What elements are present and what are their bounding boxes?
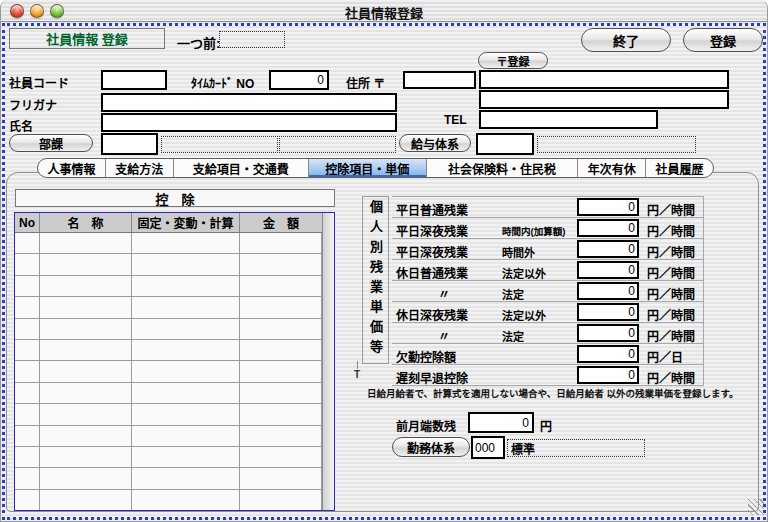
column-header-fixed-variable-calc: 固定・変動・計算	[132, 213, 240, 232]
deduction-row[interactable]	[15, 426, 334, 447]
tel-field[interactable]	[479, 110, 658, 129]
row-label: 〃	[438, 327, 450, 344]
tab-employee-history[interactable]: 社員履歴	[646, 159, 713, 177]
tab-annual-leave[interactable]: 年次有休	[578, 159, 646, 177]
department-button[interactable]: 部課	[9, 134, 93, 152]
overtime-rows: 平日普通残業 0 円／時間 平日深夜残業 時間内(加算額) 0 円／時間 平日深…	[392, 196, 704, 386]
rate-field[interactable]: 0	[577, 240, 639, 258]
deduction-row[interactable]	[15, 254, 334, 275]
row-sublabel: 時間内(加算額)	[502, 224, 565, 238]
deduction-row[interactable]	[15, 297, 334, 318]
work-system-button[interactable]: 勤務体系	[392, 437, 470, 457]
rate-unit: 円／時間	[647, 243, 695, 260]
pay-system-code-field[interactable]	[476, 133, 534, 155]
deduction-row[interactable]	[15, 468, 334, 489]
work-system-name-field[interactable]: 標準	[507, 439, 645, 457]
tab-social-insurance-resident-tax[interactable]: 社会保険料・住民税	[427, 159, 579, 177]
prev-month-remainder-unit: 円	[540, 417, 552, 434]
timecard-label: ﾀｲﾑｶｰﾄﾞ NO	[191, 74, 254, 91]
screen-title-box: 社員情報 登録	[9, 28, 165, 49]
address-label: 住所 〒	[346, 74, 385, 91]
deduction-row[interactable]	[15, 233, 334, 254]
overtime-row-holiday-normal-nonlegal: 休日普通残業 法定以外 0 円／時間	[392, 260, 703, 281]
rate-unit: 円／時間	[647, 327, 695, 344]
deduction-scrollbar[interactable]	[322, 213, 334, 510]
timecard-field[interactable]: 0	[269, 70, 329, 90]
rate-field[interactable]: 0	[577, 198, 639, 216]
rate-unit: 円／時間	[647, 264, 695, 281]
rate-field[interactable]: 0	[577, 366, 639, 384]
row-label: 休日普通残業	[396, 264, 468, 281]
deduction-panel-title: 控 除	[15, 189, 335, 207]
overtime-row-weekday-normal: 平日普通残業 0 円／時間	[392, 197, 703, 218]
overtime-row-weekday-late-outside: 平日深夜残業 時間外 0 円／時間	[392, 239, 703, 260]
row-sublabel: 法定以外	[502, 265, 546, 281]
row-label: 欠勤控除額	[396, 348, 456, 365]
column-header-amount: 金 額	[240, 213, 322, 232]
deduction-row[interactable]	[15, 276, 334, 297]
address-line2-field[interactable]	[479, 90, 729, 109]
rate-field[interactable]: 0	[577, 324, 639, 342]
name-label: 氏名	[9, 117, 33, 134]
deduction-table: No 名 称 固定・変動・計算 金 額	[14, 212, 335, 511]
rate-field[interactable]: 0	[577, 345, 639, 363]
deduction-table-body	[15, 233, 334, 510]
quit-button[interactable]: 終了	[581, 28, 671, 52]
overtime-row-weekday-late-inside: 平日深夜残業 時間内(加算額) 0 円／時間	[392, 218, 703, 239]
column-header-name: 名 称	[40, 213, 132, 232]
register-button[interactable]: 登録	[683, 28, 763, 52]
prev-month-remainder-label: 前月端数残	[396, 417, 456, 434]
rate-field[interactable]: 0	[577, 261, 639, 279]
prev-month-remainder-field[interactable]: 0	[468, 412, 534, 433]
furigana-label: フリガナ	[9, 96, 57, 113]
overtime-row-holiday-normal-legal: 〃 法定 0 円／時間	[392, 281, 703, 302]
deduction-row[interactable]	[15, 490, 334, 510]
resize-grip[interactable]	[748, 499, 764, 515]
tab-payment-items-transport[interactable]: 支給項目・交通費	[174, 159, 309, 177]
deduction-row[interactable]	[15, 383, 334, 404]
rate-unit: 円／時間	[647, 201, 695, 218]
pay-system-button[interactable]: 給与体系	[399, 134, 471, 152]
deduction-row[interactable]	[15, 361, 334, 382]
employee-registration-window: 社員情報登録 社員情報 登録 一つ前: 終了 登録 〒登録 社員コード ﾀｲﾑｶ…	[0, 0, 768, 522]
tab-payment-method[interactable]: 支給方法	[106, 159, 174, 177]
column-header-no: No	[15, 213, 40, 232]
postal-register-button[interactable]: 〒登録	[478, 52, 548, 69]
row-label: 遅刻早退控除	[396, 369, 468, 386]
work-system-code-field[interactable]: 000	[471, 436, 505, 459]
deduction-row[interactable]	[15, 447, 334, 468]
row-sublabel: 法定	[502, 328, 524, 344]
tab-bar: 人事情報 支給方法 支給項目・交通費 控除項目・単価 社会保険料・住民税 年次有…	[37, 158, 714, 178]
deduction-row[interactable]	[15, 404, 334, 425]
name-field[interactable]	[101, 113, 397, 132]
rate-field[interactable]: 0	[577, 219, 639, 237]
row-label: 平日深夜残業	[396, 243, 468, 260]
row-sublabel: 法定	[502, 286, 524, 302]
rate-unit: 円／時間	[647, 306, 695, 323]
department-code-field[interactable]	[101, 133, 158, 155]
address-line1-field[interactable]	[479, 70, 729, 89]
previous-field[interactable]	[219, 31, 285, 48]
previous-label: 一つ前:	[177, 33, 220, 52]
deduction-row[interactable]	[15, 340, 334, 361]
rate-unit: 円／時間	[647, 222, 695, 239]
employee-code-label: 社員コード	[9, 74, 69, 91]
postal-code-field[interactable]	[403, 71, 476, 89]
department-name2-field[interactable]	[279, 136, 396, 153]
row-label: 休日深夜残業	[396, 306, 468, 323]
overtime-row-absence-deduction: 欠勤控除額 0 円／日	[392, 344, 703, 365]
tab-deduction-items-unit-price[interactable]: 控除項目・単価	[309, 159, 427, 177]
pay-system-name-field[interactable]	[537, 136, 696, 153]
row-sublabel: 時間外	[502, 244, 535, 260]
rate-field[interactable]: 0	[577, 303, 639, 321]
department-name1-field[interactable]	[161, 136, 278, 153]
row-label: 平日普通残業	[396, 201, 468, 218]
tab-personnel-info[interactable]: 人事情報	[38, 159, 106, 177]
window-title: 社員情報登録	[1, 3, 767, 22]
footnote-tick: T	[354, 369, 360, 380]
furigana-field[interactable]	[101, 93, 397, 112]
title-bar[interactable]: 社員情報登録	[1, 0, 767, 22]
employee-code-field[interactable]	[101, 70, 167, 90]
deduction-row[interactable]	[15, 319, 334, 340]
rate-field[interactable]: 0	[577, 282, 639, 300]
